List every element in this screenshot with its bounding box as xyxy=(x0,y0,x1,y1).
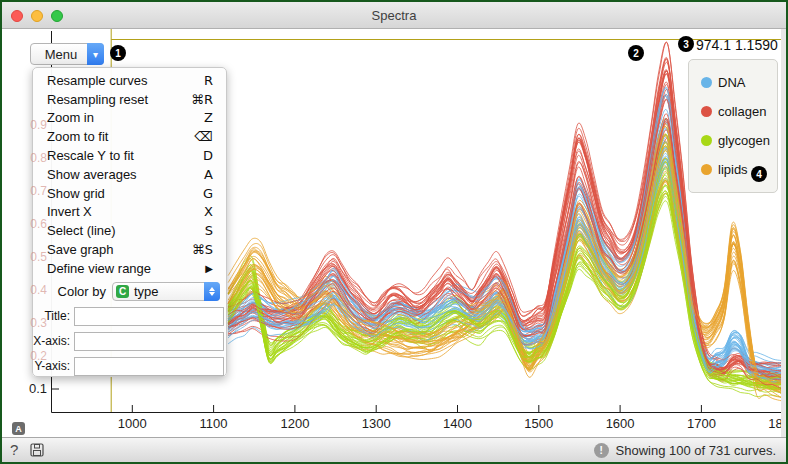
legend-dot-icon xyxy=(701,77,712,88)
legend-label: collagen xyxy=(718,104,766,119)
menu-item-label: Zoom in xyxy=(47,110,204,125)
menu-item-label: Rescale Y to fit xyxy=(47,148,203,163)
color-by-label: Color by xyxy=(33,284,106,299)
title-input[interactable] xyxy=(74,307,224,326)
x-tick-label: 1600 xyxy=(606,416,635,431)
menu-item-label: Invert X xyxy=(47,204,204,219)
autoscale-a-icon[interactable]: A xyxy=(12,422,25,435)
menu-item-resampling-reset[interactable]: Resampling reset⌘R xyxy=(33,90,226,109)
x-tick-label: 1100 xyxy=(200,416,228,431)
menu-item-resample-curves[interactable]: Resample curvesR xyxy=(33,71,226,90)
menu-item-label: Save graph xyxy=(47,242,192,257)
color-by-row: Color by C type xyxy=(33,280,226,304)
y-tick-label: 0.1 xyxy=(29,381,47,396)
y-axis-field-row: Y-axis: xyxy=(33,354,226,379)
status-message: Showing 100 of 731 curves. xyxy=(616,443,776,458)
title-field-label: Title: xyxy=(33,309,70,323)
x-tick-label: 1500 xyxy=(524,416,553,431)
legend-label: glycogen xyxy=(718,133,770,148)
column-type-icon: C xyxy=(116,285,129,298)
x-tick-label: 1200 xyxy=(280,416,309,431)
menu-item-zoom-to-fit[interactable]: Zoom to fit⌫ xyxy=(33,127,226,146)
x-axis-field-label: X-axis: xyxy=(33,334,70,348)
updown-chevrons-icon xyxy=(204,282,220,301)
menu-item-label: Resampling reset xyxy=(47,92,191,107)
menu-item-shortcut: ⌘S xyxy=(192,242,213,257)
y-axis-field-label: Y-axis: xyxy=(33,359,70,373)
title-bar: Spectra xyxy=(2,2,786,29)
x-axis-field-row: X-axis: xyxy=(33,329,226,354)
menu-item-shortcut: A xyxy=(204,167,213,182)
menu-button-label: Menu xyxy=(31,47,87,62)
title-field-row: Title: xyxy=(33,304,226,329)
color-by-select[interactable]: C type xyxy=(112,282,220,301)
menu-item-shortcut: ⌫ xyxy=(195,129,213,144)
menu-item-invert-x[interactable]: Invert XX xyxy=(33,203,226,222)
menu-item-label: Resample curves xyxy=(47,73,204,88)
window-edge-strip xyxy=(781,29,786,437)
status-right: ! Showing 100 of 731 curves. xyxy=(594,438,776,462)
menu-item-list: Resample curvesRResampling reset⌘RZoom i… xyxy=(33,71,226,278)
annotation-badge-1: 1 xyxy=(110,45,126,61)
menu-item-label: Show averages xyxy=(47,167,204,182)
x-tick-label: 1300 xyxy=(362,416,391,431)
menu-item-shortcut: G xyxy=(203,186,213,201)
window-title: Spectra xyxy=(2,8,786,23)
menu-item-shortcut: R xyxy=(204,73,213,88)
color-by-value: type xyxy=(129,284,204,299)
menu-popup: Resample curvesRResampling reset⌘RZoom i… xyxy=(32,67,227,377)
status-bar: ? ! Showing 100 of 731 curves. xyxy=(2,437,786,462)
submenu-arrow-icon: ▶ xyxy=(205,263,213,274)
menu-item-show-grid[interactable]: Show gridG xyxy=(33,184,226,203)
menu-item-show-averages[interactable]: Show averagesA xyxy=(33,165,226,184)
x-tick-label: 1400 xyxy=(443,416,472,431)
menu-item-shortcut: Z xyxy=(204,110,213,125)
menu-item-label: Select (line) xyxy=(47,223,205,238)
annotation-badge-2: 2 xyxy=(628,45,644,61)
legend-item-dna[interactable]: DNA xyxy=(701,75,777,90)
menu-item-zoom-in[interactable]: Zoom inZ xyxy=(33,109,226,128)
legend-item-collagen[interactable]: collagen xyxy=(701,104,777,119)
menu-item-rescale-y-to-fit[interactable]: Rescale Y to fitD xyxy=(33,146,226,165)
cursor-readout: 974.1 1.1590 xyxy=(696,37,778,53)
x-tick-label: 1700 xyxy=(687,416,716,431)
annotation-badge-3: 3 xyxy=(678,36,694,52)
menu-item-define-view-range[interactable]: Define view range▶ xyxy=(33,259,226,278)
legend-label: lipids xyxy=(718,162,748,177)
legend-dot-icon xyxy=(701,135,712,146)
menu-item-select-line-[interactable]: Select (line)S xyxy=(33,221,226,240)
menu-item-save-graph[interactable]: Save graph⌘S xyxy=(33,240,226,259)
legend-item-glycogen[interactable]: glycogen xyxy=(701,133,777,148)
x-axis-input[interactable] xyxy=(74,332,224,351)
y-axis-input[interactable] xyxy=(74,357,224,376)
menu-item-shortcut: S xyxy=(205,223,213,238)
menu-item-label: Zoom to fit xyxy=(47,129,195,144)
menu-item-shortcut: X xyxy=(204,204,213,219)
menu-item-label: Define view range xyxy=(47,261,205,276)
menu-dropdown-button[interactable]: Menu ▾ xyxy=(30,43,104,65)
legend-label: DNA xyxy=(718,75,745,90)
menu-item-shortcut: ⌘R xyxy=(191,92,213,107)
menu-item-shortcut: D xyxy=(203,148,213,163)
chevron-down-icon: ▾ xyxy=(87,43,104,65)
x-tick-label: 1000 xyxy=(118,416,147,431)
legend-dot-icon xyxy=(701,164,712,175)
app-window: Spectra 10001100120013001400150016001700… xyxy=(0,0,788,464)
help-icon[interactable]: ? xyxy=(10,441,18,458)
warning-icon: ! xyxy=(594,443,609,458)
legend-dot-icon xyxy=(701,106,712,117)
annotation-badge-4: 4 xyxy=(751,166,767,182)
save-icon[interactable] xyxy=(30,443,44,457)
menu-item-label: Show grid xyxy=(47,186,203,201)
plot-area: 1000110012001300140015001600170018000.1 … xyxy=(2,29,786,437)
